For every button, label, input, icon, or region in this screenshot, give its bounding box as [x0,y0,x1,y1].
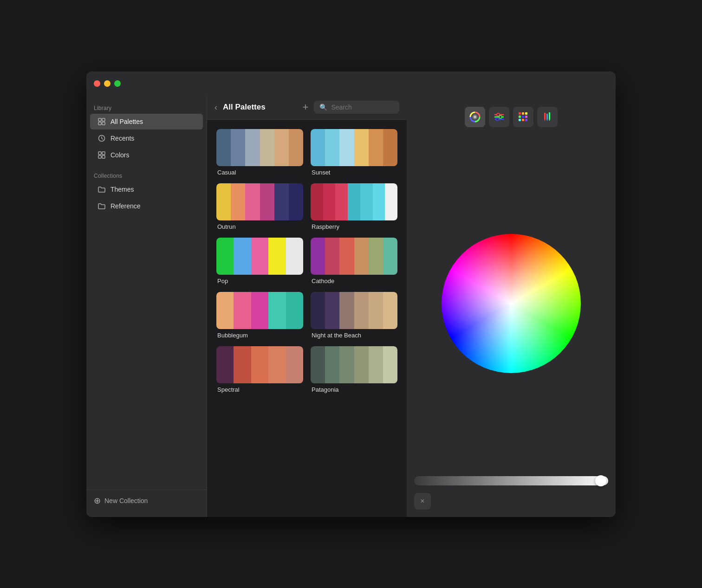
swatch [268,238,286,275]
swatch [251,292,268,329]
palette-name-casual: Casual [216,169,303,176]
palette-card-outrun[interactable]: Outrun [216,183,303,230]
swatch [383,238,397,275]
tab-color-wheel[interactable] [465,107,485,127]
swatch [311,238,325,275]
svg-rect-18 [525,112,527,115]
svg-rect-23 [522,119,524,121]
svg-rect-3 [102,122,105,125]
palette-card-sunset[interactable]: Sunset [311,129,397,176]
swatch [251,346,268,383]
close-panel-icon: × [420,497,424,505]
swatch [268,292,286,329]
palette-card-cathode[interactable]: Cathode [311,238,397,284]
sidebar-item-colors[interactable]: Colors [90,147,203,163]
minimize-button[interactable] [104,80,110,87]
brightness-handle [595,475,606,486]
svg-marker-28 [544,119,546,121]
color-picker-panel: × [407,96,616,517]
svg-rect-27 [549,112,550,119]
back-icon: ‹ [214,103,217,112]
swatch [323,183,336,220]
swatch [274,183,289,220]
brightness-slider[interactable] [414,476,608,485]
palette-grid: Casual Sunset [207,120,407,402]
close-panel-button[interactable]: × [414,493,431,510]
swatch [286,292,303,329]
add-icon: + [303,101,309,113]
tab-color-pencils[interactable] [537,107,558,127]
swatch [311,129,325,166]
palette-card-pop[interactable]: Pop [216,238,303,284]
add-palette-button[interactable]: + [303,101,309,113]
swatch [369,346,383,383]
close-button[interactable] [94,80,100,87]
palette-list: ‹ All Palettes + 🔍 [207,96,407,517]
swatch [335,183,348,220]
svg-rect-7 [98,155,101,158]
color-wheel-container [414,138,608,469]
swatch [383,346,397,383]
tab-color-grid[interactable] [513,107,533,127]
swatch [234,238,251,275]
palette-card-raspberry[interactable]: Raspberry [311,183,397,230]
palette-name-cathode: Cathode [311,278,397,284]
swatch [216,346,234,383]
color-wheel[interactable] [442,234,581,373]
palette-swatches-casual [216,129,303,166]
new-collection-button[interactable]: ⊕ New Collection [94,496,199,506]
search-input[interactable] [331,103,394,111]
swatch [311,183,323,220]
svg-rect-8 [102,155,105,158]
swatch [369,292,383,329]
main-content: Library All Palettes [86,96,616,517]
folder-reference-icon [98,202,106,210]
swatch [216,238,234,275]
swatch [369,129,383,166]
sidebar-item-reference[interactable]: Reference [90,198,203,214]
swatch [289,183,303,220]
plus-icon: ⊕ [94,496,101,506]
svg-rect-20 [522,116,524,118]
palette-card-night-at-the-beach[interactable]: Night at the Beach [311,292,397,339]
palette-card-spectral[interactable]: Spectral [216,346,303,393]
new-collection-label: New Collection [104,497,148,504]
swatch [383,129,397,166]
swatch [216,292,234,329]
svg-rect-19 [519,116,521,118]
sidebar-footer: ⊕ New Collection [86,490,207,511]
sidebar-item-all-palettes[interactable]: All Palettes [90,114,203,129]
palette-name-bubblegum: Bubblegum [216,332,303,339]
svg-rect-5 [98,152,101,155]
svg-rect-26 [546,114,548,119]
swatch [268,346,286,383]
palette-card-patagonia[interactable]: Patagonia [311,346,397,393]
svg-rect-24 [525,119,527,121]
swatch [216,129,231,166]
search-icon: 🔍 [319,103,327,111]
app-window: Library All Palettes [86,71,616,517]
swatch [360,183,373,220]
swatch [339,129,354,166]
palette-name-sunset: Sunset [311,169,397,176]
palette-swatches-sunset [311,129,397,166]
search-box[interactable]: 🔍 [314,101,399,114]
back-button[interactable]: ‹ [214,103,217,112]
palette-card-bubblegum[interactable]: Bubblegum [216,292,303,339]
sidebar-item-recents[interactable]: Recents [90,130,203,146]
svg-rect-0 [98,118,101,121]
svg-rect-6 [102,152,105,155]
svg-rect-16 [519,112,521,115]
palette-swatches-outrun [216,183,303,220]
palette-card-casual[interactable]: Casual [216,129,303,176]
palette-name-pop: Pop [216,278,303,284]
maximize-button[interactable] [114,80,121,87]
svg-marker-30 [549,119,550,121]
tab-color-sliders[interactable] [489,107,509,127]
swatch [339,238,354,275]
all-palettes-label: All Palettes [110,118,143,125]
colors-label: Colors [110,151,129,159]
reference-label: Reference [110,202,141,210]
swatch [348,183,360,220]
sidebar-item-themes[interactable]: Themes [90,181,203,197]
